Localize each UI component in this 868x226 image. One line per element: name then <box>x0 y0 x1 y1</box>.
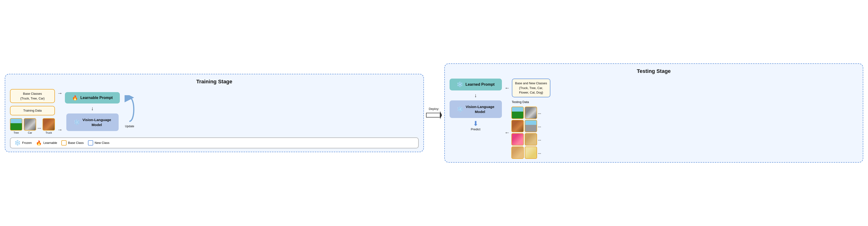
training-data-box: Training Data <box>10 106 55 115</box>
img-car-label: Car <box>28 131 32 134</box>
test-dots-3: ... <box>538 133 545 146</box>
legend-base-class: Base Class <box>61 140 84 146</box>
test-image-grid: ... ... ... ... <box>512 107 545 159</box>
base-classes-box: Base Classes {Truck, Tree, Car} <box>10 89 55 103</box>
legend-new-class-icon <box>88 140 93 146</box>
base-new-classes-set: {Truck, Tree, Car,Flower, Cat, Dog} <box>519 86 543 95</box>
img-truck <box>42 118 55 130</box>
img-tree-label: Tree <box>13 131 19 134</box>
legend: ❄️ Frozen 🔥 Learnable Base Class New Cla… <box>10 138 418 148</box>
legend-learnable: 🔥 Learnable <box>36 140 57 146</box>
testing-right-col: ← Base and New Classes {Truck, Tree, Car… <box>505 79 550 159</box>
learned-prompt-bar: ❄️ Learned Prompt <box>450 79 502 90</box>
learnable-prompt-label: Learnable Prompt <box>80 96 113 100</box>
testing-vlm-label: Vision-LanguageModel <box>466 104 495 114</box>
testing-vlm-bar: ❄️ Vision-LanguageModel <box>450 101 502 118</box>
testing-stage-box: Testing Stage ❄️ Learned Prompt ↓ ❄️ Vis… <box>444 63 864 163</box>
arrow-learned-to-vlm: ↓ <box>474 93 477 98</box>
update-label: Update <box>125 125 134 128</box>
img-group-car: Car <box>24 118 36 134</box>
dots-train: ... <box>37 125 41 134</box>
training-images: Tree Car ... Truck <box>10 118 55 134</box>
base-new-classes-label: Base and New Classes <box>515 81 547 85</box>
test-img-truck <box>512 120 524 132</box>
img-car <box>24 118 36 130</box>
legend-base-class-label: Base Class <box>68 141 84 145</box>
img-group-truck: Truck <box>42 118 55 134</box>
legend-learnable-label: Learnable <box>43 141 57 145</box>
test-dots-1: ... <box>538 107 545 119</box>
snowflake-icon-test-prompt: ❄️ <box>457 81 463 87</box>
test-img-dog <box>512 147 524 159</box>
testing-stage-title: Testing Stage <box>450 68 858 74</box>
test-img-dog2 <box>525 147 537 159</box>
arrow-to-prompt: → <box>57 90 63 97</box>
img-group-tree: Tree <box>10 118 22 134</box>
svg-rect-2 <box>426 113 440 117</box>
svg-marker-3 <box>440 111 442 119</box>
img-tree <box>10 118 22 130</box>
deploy-arrow-svg <box>426 111 442 119</box>
test-img-cat <box>525 133 537 146</box>
legend-new-class-label: New Class <box>95 141 110 145</box>
img-truck-label: Truck <box>45 131 52 134</box>
arrow-to-vlm: → <box>57 127 63 133</box>
legend-frozen: ❄️ Frozen <box>14 140 32 146</box>
testing-data-label: Testing Data <box>512 100 529 104</box>
between-stages: Deploy: <box>424 107 444 119</box>
test-img-tree <box>512 107 524 119</box>
legend-fire-icon: 🔥 <box>36 140 42 146</box>
base-new-row: ← Base and New Classes {Truck, Tree, Car… <box>505 79 550 97</box>
arrow-prompt-to-vlm: ↓ <box>91 106 94 111</box>
arrow-images-to-vlm: ← <box>505 129 510 136</box>
predict-arrow: ⬇ <box>473 120 478 127</box>
predict-label: Predict <box>471 127 480 131</box>
base-new-classes-box: Base and New Classes {Truck, Tree, Car,F… <box>512 79 550 97</box>
snowflake-icon-test-vlm: ❄️ <box>457 106 463 113</box>
legend-frozen-label: Frozen <box>22 141 32 145</box>
training-vlm-label: Vision-LanguageModel <box>83 117 111 127</box>
test-img-flower <box>512 133 524 146</box>
update-area: Update <box>122 95 136 128</box>
training-stage-title: Training Stage <box>10 79 418 85</box>
testing-center-col: ❄️ Learned Prompt ↓ ❄️ Vision-LanguageMo… <box>450 79 502 131</box>
predict-area: ⬇ Predict <box>471 120 480 131</box>
learnable-prompt-bar: 🔥 Learnable Prompt <box>65 92 120 104</box>
deploy-label: Deploy: <box>429 107 439 111</box>
test-dots-2: ... <box>538 120 545 132</box>
test-img-building <box>525 120 537 132</box>
test-dots-4: ... <box>538 147 545 159</box>
fire-icon: 🔥 <box>72 95 78 101</box>
training-center-col: 🔥 Learnable Prompt ↓ ❄️ Vision-LanguageM… <box>65 92 120 131</box>
training-left-col: Base Classes {Truck, Tree, Car} Training… <box>10 89 55 134</box>
base-classes-set: {Truck, Tree, Car} <box>20 97 44 100</box>
training-stage-box: Training Stage Base Classes {Truck, Tree… <box>5 74 424 152</box>
snowflake-icon-train: ❄️ <box>74 119 80 126</box>
legend-snowflake-icon: ❄️ <box>14 140 21 146</box>
training-data-label: Training Data <box>23 109 42 112</box>
legend-base-class-icon <box>61 140 67 146</box>
update-arrow-svg <box>122 95 136 124</box>
arrow-classes-to-prompt: ← <box>505 85 510 91</box>
training-vlm-bar: ❄️ Vision-LanguageModel <box>66 113 119 131</box>
learned-prompt-label: Learned Prompt <box>465 82 495 87</box>
testing-images-area: ← ... ... <box>505 107 545 159</box>
legend-new-class: New Class <box>88 140 110 146</box>
train-arrows-col: → → <box>57 90 63 133</box>
test-img-car <box>525 107 537 119</box>
base-classes-label: Base Classes <box>23 92 42 96</box>
